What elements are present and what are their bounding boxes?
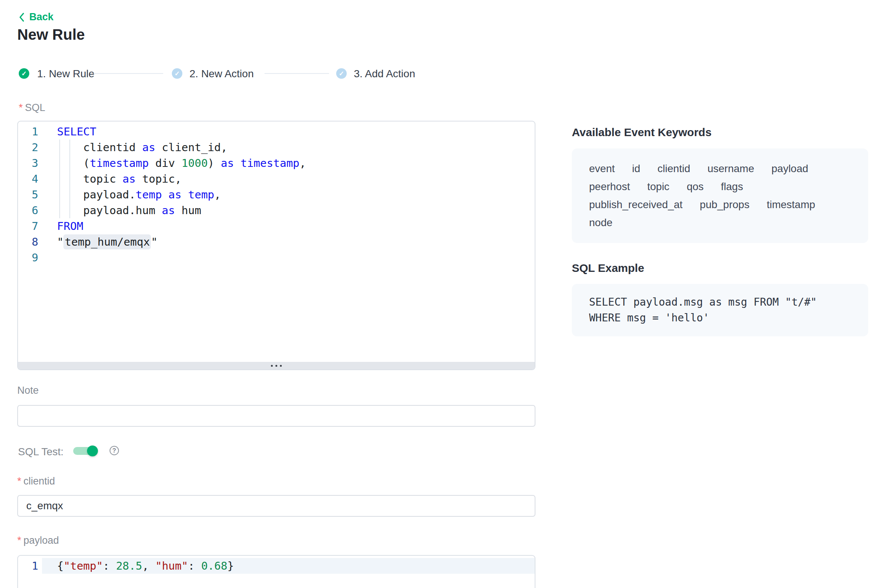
code-line[interactable]: 9 xyxy=(18,250,535,266)
sql-code-editor[interactable]: 1SELECT2 clientid as client_id,3 (timest… xyxy=(17,121,535,370)
sql-test-label: SQL Test: xyxy=(18,446,63,458)
keyword-item: publish_received_at xyxy=(589,199,683,211)
line-number: 8 xyxy=(18,234,42,250)
sql-example-heading: SQL Example xyxy=(572,262,644,274)
sql-example-panel: SELECT payload.msg as msg FROM "t/#"WHER… xyxy=(572,284,868,336)
step-1-check-icon[interactable]: ✓ xyxy=(19,68,29,79)
page-title: New Rule xyxy=(17,26,85,43)
toggle-knob-icon xyxy=(87,446,98,456)
line-number: 2 xyxy=(18,140,42,155)
code-line[interactable]: 4 topic as topic, xyxy=(18,171,535,187)
sql-code-lines[interactable]: 1SELECT2 clientid as client_id,3 (timest… xyxy=(18,122,535,266)
keyword-item: peerhost xyxy=(589,181,630,193)
required-asterisk: * xyxy=(19,102,23,113)
code-line[interactable]: 5 payload.temp as temp, xyxy=(18,187,535,202)
example-code-line: SELECT payload.msg as msg FROM "t/#" xyxy=(589,294,851,310)
line-number: 3 xyxy=(18,155,42,171)
keyword-item: node xyxy=(589,217,612,229)
note-input[interactable] xyxy=(17,405,535,427)
code-line[interactable]: 7FROM xyxy=(18,218,535,234)
line-number: 5 xyxy=(18,187,42,202)
keyword-item: flags xyxy=(721,181,743,193)
line-number: 9 xyxy=(18,250,42,266)
required-asterisk: * xyxy=(17,476,21,487)
keywords-heading: Available Event Keywords xyxy=(572,126,711,139)
keyword-item: pub_props xyxy=(700,199,749,211)
step-2-label[interactable]: 2. New Action xyxy=(189,69,254,79)
line-number: 7 xyxy=(18,218,42,234)
line-number: 1 xyxy=(18,558,42,574)
clientid-input[interactable]: c_emqx xyxy=(17,495,535,517)
step-3-label[interactable]: 3. Add Action xyxy=(354,69,415,79)
keyword-item: event xyxy=(589,163,615,175)
keyword-item: payload xyxy=(771,163,808,175)
code-line[interactable]: 3 (timestamp div 1000) as timestamp, xyxy=(18,155,535,171)
step-connector xyxy=(265,73,329,74)
line-number: 1 xyxy=(18,124,42,140)
payload-field-label: *payload xyxy=(17,535,59,546)
step-connector xyxy=(93,73,163,74)
help-question-icon[interactable]: ? xyxy=(110,446,119,455)
required-asterisk: * xyxy=(17,535,21,546)
sql-field-label: *SQL xyxy=(19,102,45,114)
payload-code-editor[interactable]: 1{"temp": 28.5, "hum": 0.68} xyxy=(17,555,535,588)
code-line[interactable]: 1SELECT xyxy=(18,124,535,140)
step-3-check-icon[interactable]: ✓ xyxy=(336,68,347,79)
keyword-item: qos xyxy=(687,181,704,193)
clientid-field-label: *clientid xyxy=(17,476,55,487)
chevron-left-icon xyxy=(18,12,26,22)
back-label: Back xyxy=(29,11,54,23)
keyword-item: topic xyxy=(647,181,669,193)
step-2-check-icon[interactable]: ✓ xyxy=(172,68,182,79)
keyword-item: username xyxy=(707,163,754,175)
code-line[interactable]: 1{"temp": 28.5, "hum": 0.68} xyxy=(18,558,535,574)
note-field-label: Note xyxy=(17,385,39,396)
code-line[interactable]: 6 payload.hum as hum xyxy=(18,202,535,218)
keyword-item: id xyxy=(632,163,640,175)
line-number: 6 xyxy=(18,202,42,218)
line-number: 4 xyxy=(18,171,42,187)
code-line[interactable]: 2 clientid as client_id, xyxy=(18,140,535,155)
new-rule-page: Back New Rule ✓ 1. New Rule ✓ 2. New Act… xyxy=(0,0,884,588)
keywords-panel: eventidclientidusernamepayloadpeerhostto… xyxy=(572,148,868,243)
code-line[interactable]: 8"temp_hum/emqx" xyxy=(18,234,535,250)
editor-resize-handle[interactable] xyxy=(18,362,535,369)
keyword-item: clientid xyxy=(657,163,690,175)
step-1-label[interactable]: 1. New Rule xyxy=(37,69,95,79)
back-button[interactable]: Back xyxy=(18,11,54,23)
example-code-line: WHERE msg = 'hello' xyxy=(589,310,851,326)
sql-test-toggle[interactable] xyxy=(73,447,97,455)
payload-code-lines[interactable]: 1{"temp": 28.5, "hum": 0.68} xyxy=(18,556,535,574)
keyword-item: timestamp xyxy=(767,199,815,211)
